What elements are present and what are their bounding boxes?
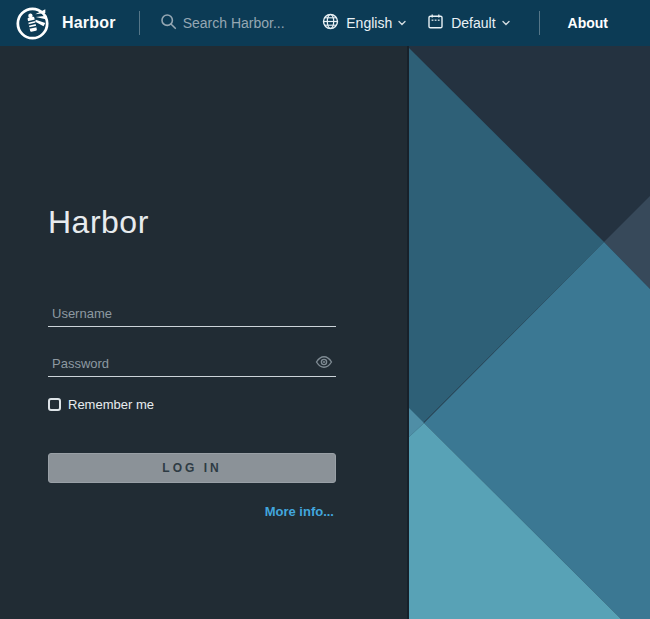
page-title: Harbor xyxy=(48,206,149,238)
username-input[interactable] xyxy=(48,305,336,326)
brand[interactable]: Harbor xyxy=(0,7,116,40)
remember-me-label: Remember me xyxy=(68,397,154,412)
password-field-wrap xyxy=(48,354,336,377)
navbar-divider xyxy=(539,11,540,35)
navbar-divider xyxy=(139,11,140,35)
search-icon xyxy=(160,13,177,34)
chevron-down-icon xyxy=(501,18,511,28)
password-input[interactable] xyxy=(48,355,336,376)
language-dropdown[interactable]: English xyxy=(322,13,407,33)
username-field-wrap xyxy=(48,304,336,327)
search-input[interactable] xyxy=(183,15,303,31)
background-artwork xyxy=(409,46,650,619)
brand-title: Harbor xyxy=(62,14,116,32)
log-in-button[interactable]: LOG IN xyxy=(48,453,336,483)
login-pane: Harbor Remember xyxy=(0,46,409,619)
chevron-down-icon xyxy=(397,18,407,28)
language-label: English xyxy=(346,15,392,31)
navbar-actions: English Default xyxy=(322,11,650,35)
theme-label: Default xyxy=(451,15,495,31)
remember-me-row[interactable]: Remember me xyxy=(48,397,154,412)
eye-icon xyxy=(315,357,333,372)
remember-me-checkbox[interactable] xyxy=(48,398,61,411)
harbor-logo-icon xyxy=(16,7,49,40)
top-navbar: Harbor xyxy=(0,0,650,46)
show-password-button[interactable] xyxy=(314,355,334,371)
globe-icon xyxy=(322,13,339,33)
about-link[interactable]: About xyxy=(568,15,608,31)
harbor-login-page: Harbor xyxy=(0,0,650,619)
calendar-icon xyxy=(427,13,444,33)
main-area: Harbor Remember xyxy=(0,46,650,619)
triangle-art xyxy=(409,46,650,619)
theme-dropdown[interactable]: Default xyxy=(427,13,510,33)
more-info-link[interactable]: More info... xyxy=(265,504,334,519)
search-box xyxy=(160,13,303,34)
